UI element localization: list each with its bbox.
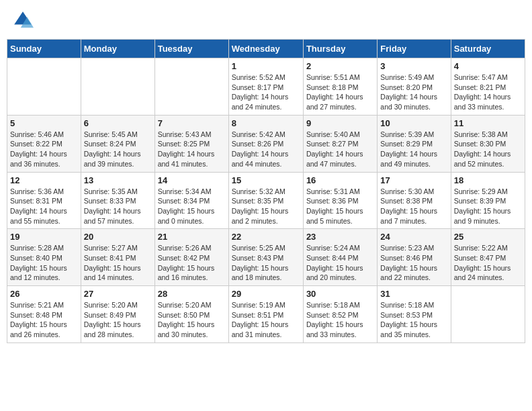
calendar-cell: 29Sunrise: 5:19 AM Sunset: 8:51 PM Dayli…	[228, 286, 303, 343]
day-number: 21	[158, 232, 226, 242]
calendar-cell: 14Sunrise: 5:34 AM Sunset: 8:34 PM Dayli…	[154, 172, 228, 229]
calendar-cell: 9Sunrise: 5:40 AM Sunset: 8:27 PM Daylig…	[303, 115, 377, 172]
day-number: 15	[232, 175, 300, 185]
day-info: Sunrise: 5:18 AM Sunset: 8:52 PM Dayligh…	[306, 300, 374, 340]
day-number: 24	[380, 232, 447, 242]
calendar-cell: 25Sunrise: 5:22 AM Sunset: 8:47 PM Dayli…	[451, 229, 525, 286]
calendar-cell: 7Sunrise: 5:43 AM Sunset: 8:25 PM Daylig…	[154, 115, 228, 172]
day-number: 7	[158, 118, 226, 128]
calendar-cell: 21Sunrise: 5:26 AM Sunset: 8:42 PM Dayli…	[154, 229, 228, 286]
calendar-cell	[81, 58, 154, 116]
calendar-cell: 6Sunrise: 5:45 AM Sunset: 8:24 PM Daylig…	[81, 115, 154, 172]
day-info: Sunrise: 5:20 AM Sunset: 8:49 PM Dayligh…	[84, 300, 152, 340]
day-number: 13	[84, 175, 152, 185]
day-number: 27	[84, 289, 152, 299]
calendar-cell: 1Sunrise: 5:52 AM Sunset: 8:17 PM Daylig…	[228, 58, 303, 116]
day-info: Sunrise: 5:40 AM Sunset: 8:27 PM Dayligh…	[306, 130, 374, 169]
day-number: 17	[380, 175, 447, 185]
day-info: Sunrise: 5:21 AM Sunset: 8:48 PM Dayligh…	[10, 300, 78, 340]
weekday-header-monday: Monday	[81, 40, 154, 58]
day-number: 3	[380, 61, 447, 71]
day-number: 11	[454, 118, 522, 128]
calendar-cell: 12Sunrise: 5:36 AM Sunset: 8:31 PM Dayli…	[7, 172, 81, 229]
logo-icon	[12, 9, 34, 31]
calendar-cell: 27Sunrise: 5:20 AM Sunset: 8:49 PM Dayli…	[81, 286, 154, 343]
day-number: 12	[10, 175, 78, 185]
calendar-cell: 28Sunrise: 5:20 AM Sunset: 8:50 PM Dayli…	[154, 286, 228, 343]
calendar-cell: 30Sunrise: 5:18 AM Sunset: 8:52 PM Dayli…	[303, 286, 377, 343]
day-info: Sunrise: 5:42 AM Sunset: 8:26 PM Dayligh…	[232, 130, 300, 169]
calendar-cell: 2Sunrise: 5:51 AM Sunset: 8:18 PM Daylig…	[303, 58, 377, 116]
day-number: 14	[158, 175, 226, 185]
day-info: Sunrise: 5:39 AM Sunset: 8:29 PM Dayligh…	[380, 130, 447, 169]
calendar-cell: 26Sunrise: 5:21 AM Sunset: 8:48 PM Dayli…	[7, 286, 81, 343]
day-number: 22	[232, 232, 300, 242]
calendar-cell: 23Sunrise: 5:24 AM Sunset: 8:44 PM Dayli…	[303, 229, 377, 286]
day-info: Sunrise: 5:38 AM Sunset: 8:30 PM Dayligh…	[454, 130, 522, 169]
day-number: 18	[454, 175, 522, 185]
day-info: Sunrise: 5:36 AM Sunset: 8:31 PM Dayligh…	[10, 187, 78, 226]
weekday-header-tuesday: Tuesday	[154, 40, 228, 58]
day-number: 26	[10, 289, 78, 299]
day-number: 8	[232, 118, 300, 128]
day-info: Sunrise: 5:45 AM Sunset: 8:24 PM Dayligh…	[84, 130, 152, 169]
day-info: Sunrise: 5:31 AM Sunset: 8:36 PM Dayligh…	[306, 187, 374, 226]
day-info: Sunrise: 5:34 AM Sunset: 8:34 PM Dayligh…	[158, 187, 226, 226]
day-number: 10	[380, 118, 447, 128]
day-info: Sunrise: 5:30 AM Sunset: 8:38 PM Dayligh…	[380, 187, 447, 226]
calendar-cell: 3Sunrise: 5:49 AM Sunset: 8:20 PM Daylig…	[378, 58, 451, 116]
weekday-header-wednesday: Wednesday	[228, 40, 303, 58]
day-number: 28	[158, 289, 226, 299]
day-info: Sunrise: 5:35 AM Sunset: 8:33 PM Dayligh…	[84, 187, 152, 226]
calendar-cell: 16Sunrise: 5:31 AM Sunset: 8:36 PM Dayli…	[303, 172, 377, 229]
calendar-cell: 11Sunrise: 5:38 AM Sunset: 8:30 PM Dayli…	[451, 115, 525, 172]
calendar-cell	[451, 286, 525, 343]
day-info: Sunrise: 5:25 AM Sunset: 8:43 PM Dayligh…	[232, 243, 300, 283]
calendar-cell: 8Sunrise: 5:42 AM Sunset: 8:26 PM Daylig…	[228, 115, 303, 172]
day-number: 9	[306, 118, 374, 128]
day-number: 2	[306, 61, 374, 71]
calendar-cell: 18Sunrise: 5:29 AM Sunset: 8:39 PM Dayli…	[451, 172, 525, 229]
logo	[12, 9, 36, 31]
day-number: 1	[232, 61, 300, 71]
calendar-cell: 5Sunrise: 5:46 AM Sunset: 8:22 PM Daylig…	[7, 115, 81, 172]
day-number: 20	[84, 232, 152, 242]
day-info: Sunrise: 5:32 AM Sunset: 8:35 PM Dayligh…	[232, 187, 300, 226]
day-info: Sunrise: 5:23 AM Sunset: 8:46 PM Dayligh…	[380, 243, 447, 283]
day-info: Sunrise: 5:18 AM Sunset: 8:53 PM Dayligh…	[380, 300, 447, 340]
day-info: Sunrise: 5:22 AM Sunset: 8:47 PM Dayligh…	[454, 243, 522, 283]
page-header	[7, 7, 525, 34]
day-number: 23	[306, 232, 374, 242]
calendar-cell: 13Sunrise: 5:35 AM Sunset: 8:33 PM Dayli…	[81, 172, 154, 229]
calendar-table: SundayMondayTuesdayWednesdayThursdayFrid…	[7, 39, 525, 343]
calendar-cell: 31Sunrise: 5:18 AM Sunset: 8:53 PM Dayli…	[378, 286, 451, 343]
calendar-cell	[154, 58, 228, 116]
calendar-cell: 10Sunrise: 5:39 AM Sunset: 8:29 PM Dayli…	[378, 115, 451, 172]
weekday-header-thursday: Thursday	[303, 40, 377, 58]
day-info: Sunrise: 5:49 AM Sunset: 8:20 PM Dayligh…	[380, 73, 447, 112]
calendar-cell: 20Sunrise: 5:27 AM Sunset: 8:41 PM Dayli…	[81, 229, 154, 286]
calendar-cell: 22Sunrise: 5:25 AM Sunset: 8:43 PM Dayli…	[228, 229, 303, 286]
day-info: Sunrise: 5:43 AM Sunset: 8:25 PM Dayligh…	[158, 130, 226, 169]
day-info: Sunrise: 5:26 AM Sunset: 8:42 PM Dayligh…	[158, 243, 226, 283]
day-info: Sunrise: 5:52 AM Sunset: 8:17 PM Dayligh…	[232, 73, 300, 112]
day-info: Sunrise: 5:29 AM Sunset: 8:39 PM Dayligh…	[454, 187, 522, 226]
calendar-cell: 24Sunrise: 5:23 AM Sunset: 8:46 PM Dayli…	[378, 229, 451, 286]
day-number: 4	[454, 61, 522, 71]
day-number: 6	[84, 118, 152, 128]
day-info: Sunrise: 5:20 AM Sunset: 8:50 PM Dayligh…	[158, 300, 226, 340]
weekday-header-sunday: Sunday	[7, 40, 81, 58]
day-number: 29	[232, 289, 300, 299]
weekday-header-saturday: Saturday	[451, 40, 525, 58]
day-info: Sunrise: 5:19 AM Sunset: 8:51 PM Dayligh…	[232, 300, 300, 340]
day-info: Sunrise: 5:46 AM Sunset: 8:22 PM Dayligh…	[10, 130, 78, 169]
calendar-cell: 17Sunrise: 5:30 AM Sunset: 8:38 PM Dayli…	[378, 172, 451, 229]
day-number: 5	[10, 118, 78, 128]
day-info: Sunrise: 5:24 AM Sunset: 8:44 PM Dayligh…	[306, 243, 374, 283]
day-info: Sunrise: 5:28 AM Sunset: 8:40 PM Dayligh…	[10, 243, 78, 283]
day-number: 31	[380, 289, 447, 299]
day-number: 16	[306, 175, 374, 185]
day-info: Sunrise: 5:27 AM Sunset: 8:41 PM Dayligh…	[84, 243, 152, 283]
day-number: 30	[306, 289, 374, 299]
calendar-cell: 15Sunrise: 5:32 AM Sunset: 8:35 PM Dayli…	[228, 172, 303, 229]
